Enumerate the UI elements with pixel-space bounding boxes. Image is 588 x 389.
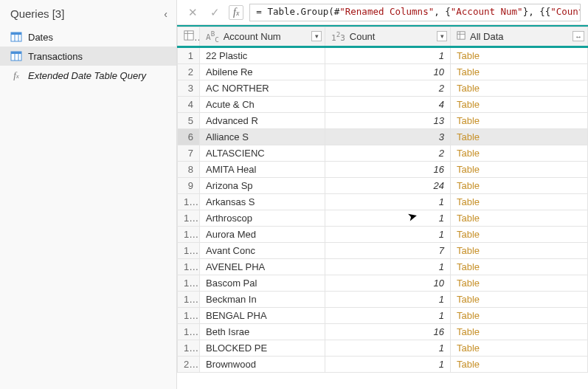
table-row[interactable]: 19BLOCKED PE1Table xyxy=(178,340,588,356)
account-cell[interactable]: BLOCKED PE xyxy=(200,340,325,356)
count-cell[interactable]: 1 xyxy=(325,210,451,226)
header-row: ABC Account Num ▾ 123 Count ▾ xyxy=(178,27,588,47)
query-item[interactable]: fxExtended Date Table Query xyxy=(0,66,176,85)
alldata-cell[interactable]: Table xyxy=(451,340,588,356)
account-cell[interactable]: 22 Plastic xyxy=(200,47,325,63)
table-row[interactable]: 11Arthroscop1Table xyxy=(178,210,588,226)
alldata-cell[interactable]: Table xyxy=(451,210,588,226)
count-cell[interactable]: 13 xyxy=(325,112,451,128)
query-item[interactable]: Transactions xyxy=(0,47,176,66)
count-cell[interactable]: 1 xyxy=(325,47,451,63)
alldata-cell[interactable]: Table xyxy=(451,177,588,193)
alldata-cell[interactable]: Table xyxy=(451,112,588,128)
count-cell[interactable]: 16 xyxy=(325,323,451,340)
table-row[interactable]: 20Brownwood1Table xyxy=(178,356,588,372)
count-cell[interactable]: 2 xyxy=(325,80,451,96)
data-grid[interactable]: ABC Account Num ▾ 123 Count ▾ xyxy=(177,25,588,389)
column-header-alldata[interactable]: All Data ↔ xyxy=(451,27,588,47)
formula-input[interactable]: = Table.Group(#"Renamed Columns", {"Acco… xyxy=(249,4,581,21)
account-cell[interactable]: Brownwood xyxy=(200,356,325,372)
table-row[interactable]: 3AC NORTHER2Table xyxy=(178,80,588,96)
query-label: Extended Date Table Query xyxy=(28,70,146,81)
table-row[interactable]: 10Arkansas S1Table xyxy=(178,193,588,210)
count-cell[interactable]: 2 xyxy=(325,145,451,161)
alldata-cell[interactable]: Table xyxy=(451,275,588,291)
column-header-account[interactable]: ABC Account Num ▾ xyxy=(200,27,325,47)
alldata-cell[interactable]: Table xyxy=(451,80,588,96)
count-cell[interactable]: 16 xyxy=(325,161,451,177)
count-cell[interactable]: 3 xyxy=(325,128,451,145)
account-cell[interactable]: Arizona Sp xyxy=(200,177,325,193)
account-cell[interactable]: Aurora Med xyxy=(200,226,325,242)
alldata-cell[interactable]: Table xyxy=(451,356,588,372)
alldata-cell[interactable]: Table xyxy=(451,193,588,210)
alldata-cell[interactable]: Table xyxy=(451,291,588,307)
corner-cell[interactable] xyxy=(178,27,200,47)
account-cell[interactable]: Arthroscop xyxy=(200,210,325,226)
count-cell[interactable]: 1 xyxy=(325,307,451,323)
alldata-cell[interactable]: Table xyxy=(451,242,588,258)
account-cell[interactable]: AMITA Heal xyxy=(200,161,325,177)
column-header-count[interactable]: 123 Count ▾ xyxy=(325,27,451,47)
count-cell[interactable]: 1 xyxy=(325,291,451,307)
alldata-cell[interactable]: Table xyxy=(451,128,588,145)
fx-button[interactable]: fx xyxy=(229,5,243,20)
count-cell[interactable]: 1 xyxy=(325,226,451,242)
count-cell[interactable]: 7 xyxy=(325,242,451,258)
table-row[interactable]: 5Advanced R13Table xyxy=(178,112,588,128)
table-row[interactable]: 17BENGAL PHA1Table xyxy=(178,307,588,323)
count-cell[interactable]: 4 xyxy=(325,96,451,112)
account-cell[interactable]: AVENEL PHA xyxy=(200,258,325,275)
collapse-chevron-icon[interactable]: ‹ xyxy=(164,8,167,20)
table-row[interactable]: 6Alliance S3Table xyxy=(178,128,588,145)
account-cell[interactable]: Acute & Ch xyxy=(200,96,325,112)
account-cell[interactable]: Avant Conc xyxy=(200,242,325,258)
table-row[interactable]: 9Arizona Sp24Table xyxy=(178,177,588,193)
count-cell[interactable]: 1 xyxy=(325,193,451,210)
count-cell[interactable]: 24 xyxy=(325,177,451,193)
account-cell[interactable]: Bascom Pal xyxy=(200,275,325,291)
alldata-cell[interactable]: Table xyxy=(451,307,588,323)
filter-dropdown-icon[interactable]: ▾ xyxy=(311,31,322,41)
alldata-cell[interactable]: Table xyxy=(451,161,588,177)
table-row[interactable]: 14AVENEL PHA1Table xyxy=(178,258,588,275)
table-row[interactable]: 2Abilene Re10Table xyxy=(178,63,588,80)
count-cell[interactable]: 1 xyxy=(325,340,451,356)
alldata-cell[interactable]: Table xyxy=(451,96,588,112)
account-cell[interactable]: ALTASCIENC xyxy=(200,145,325,161)
count-cell[interactable]: 10 xyxy=(325,275,451,291)
table-row[interactable]: 15Bascom Pal10Table xyxy=(178,275,588,291)
cancel-formula-icon[interactable]: ✕ xyxy=(184,4,201,21)
table-row[interactable]: 16Beckman In1Table xyxy=(178,291,588,307)
table-row[interactable]: 18Beth Israe16Table xyxy=(178,323,588,340)
count-cell[interactable]: 1 xyxy=(325,356,451,372)
table-row[interactable]: 12Aurora Med1Table xyxy=(178,226,588,242)
alldata-cell[interactable]: Table xyxy=(451,47,588,63)
commit-formula-icon[interactable]: ✓ xyxy=(207,4,223,21)
account-cell[interactable]: Advanced R xyxy=(200,112,325,128)
alldata-cell[interactable]: Table xyxy=(451,258,588,275)
table-row[interactable]: 13Avant Conc7Table xyxy=(178,242,588,258)
account-cell[interactable]: AC NORTHER xyxy=(200,80,325,96)
alldata-cell[interactable]: Table xyxy=(451,226,588,242)
row-number: 4 xyxy=(178,96,200,112)
expand-column-icon[interactable]: ↔ xyxy=(573,31,584,41)
table-row[interactable]: 7ALTASCIENC2Table xyxy=(178,145,588,161)
alldata-cell[interactable]: Table xyxy=(451,145,588,161)
account-cell[interactable]: Beckman In xyxy=(200,291,325,307)
count-cell[interactable]: 1 xyxy=(325,258,451,275)
query-item[interactable]: Dates xyxy=(0,27,176,47)
table-row[interactable]: 122 Plastic1Table xyxy=(178,47,588,63)
alldata-cell[interactable]: Table xyxy=(451,323,588,340)
table-row[interactable]: 4Acute & Ch4Table xyxy=(178,96,588,112)
account-cell[interactable]: Beth Israe xyxy=(200,323,325,340)
account-cell[interactable]: Abilene Re xyxy=(200,63,325,80)
filter-dropdown-icon[interactable]: ▾ xyxy=(437,31,447,41)
account-cell[interactable]: Alliance S xyxy=(200,128,325,145)
row-number: 1 xyxy=(178,47,200,63)
account-cell[interactable]: Arkansas S xyxy=(200,193,325,210)
table-row[interactable]: 8AMITA Heal16Table xyxy=(178,161,588,177)
count-cell[interactable]: 10 xyxy=(325,63,451,80)
account-cell[interactable]: BENGAL PHA xyxy=(200,307,325,323)
alldata-cell[interactable]: Table xyxy=(451,63,588,80)
